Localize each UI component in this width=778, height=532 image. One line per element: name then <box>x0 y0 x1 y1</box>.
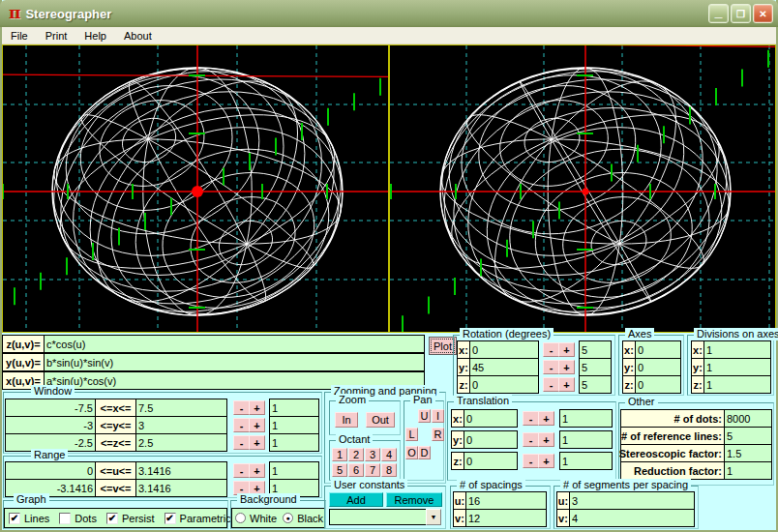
rotation-y-step[interactable] <box>579 358 612 376</box>
other-row-dots: # of dots: <box>620 409 772 428</box>
rotation-z-step[interactable] <box>579 375 612 394</box>
translation-z-plus-button[interactable]: + <box>538 454 554 468</box>
close-button[interactable]: ✕ <box>753 4 773 23</box>
menu-about[interactable]: About <box>115 29 161 43</box>
range-u-plus-button[interactable]: + <box>249 463 265 478</box>
checkbox-persist[interactable]: ✔ Persist <box>106 513 155 524</box>
menu-print[interactable]: Print <box>37 29 76 43</box>
stereo-view-right[interactable] <box>389 44 776 333</box>
range-v-max[interactable] <box>135 479 227 497</box>
window-y-min[interactable] <box>5 416 96 434</box>
divisions-x-label: x: <box>691 340 704 359</box>
translation-x-minus-button[interactable]: - <box>523 411 539 426</box>
stereoscopic-factor-value[interactable] <box>724 444 772 462</box>
window-y-plus-button[interactable]: + <box>249 418 265 432</box>
maximize-button[interactable]: ❐ <box>731 4 751 23</box>
window-y-minus-button[interactable]: - <box>233 418 250 432</box>
range-u-step[interactable] <box>269 461 319 480</box>
segments-v-value[interactable] <box>569 509 695 527</box>
spacings-v-value[interactable] <box>465 509 547 527</box>
rotation-z-minus-button[interactable]: - <box>543 377 559 392</box>
octant-8-button[interactable]: 8 <box>381 463 397 477</box>
translation-z-minus-button[interactable]: - <box>523 454 539 468</box>
window-x-max[interactable] <box>135 399 227 417</box>
divisions-group: Divisions on axes x: y: z: <box>687 335 774 396</box>
octant-2-button[interactable]: 2 <box>348 448 364 461</box>
checkbox-lines[interactable]: ✔ Lines <box>9 513 49 524</box>
divisions-x-value[interactable] <box>703 340 771 359</box>
rotation-z-plus-button[interactable]: + <box>558 377 575 392</box>
pan-up-button[interactable]: U <box>418 409 431 423</box>
checkbox-parametric[interactable]: ✔ Parametric <box>165 513 231 524</box>
window-z-max[interactable] <box>135 433 227 452</box>
pan-out-button[interactable]: O <box>405 446 418 459</box>
window-z-step[interactable] <box>269 433 319 452</box>
window-x-step[interactable] <box>269 399 319 417</box>
translation-z-step[interactable] <box>559 452 613 470</box>
octant-5-button[interactable]: 5 <box>332 463 347 477</box>
zoom-in-button[interactable]: In <box>335 412 358 428</box>
translation-y-step[interactable] <box>559 430 613 449</box>
rotation-x-value[interactable] <box>469 340 539 359</box>
range-u-minus-button[interactable]: - <box>233 463 250 478</box>
rotation-y-minus-button[interactable]: - <box>543 360 559 374</box>
dropdown-arrow-icon[interactable]: ▼ <box>426 509 441 525</box>
pan-in-button[interactable]: I <box>432 409 444 423</box>
stereo-view-left[interactable] <box>2 44 389 333</box>
rotation-x-minus-button[interactable]: - <box>543 342 559 357</box>
range-u-min[interactable] <box>5 461 96 480</box>
axes-z-value[interactable] <box>635 375 681 394</box>
rotation-y-plus-button[interactable]: + <box>558 360 575 374</box>
reference-lines-value[interactable] <box>724 427 772 445</box>
range-u-max[interactable] <box>135 461 227 480</box>
translation-x-plus-button[interactable]: + <box>538 411 554 426</box>
rotation-z-value[interactable] <box>469 375 539 394</box>
menu-file[interactable]: File <box>2 29 37 43</box>
translation-x-value[interactable] <box>464 409 518 428</box>
rotation-y-value[interactable] <box>469 358 539 376</box>
spacings-u-value[interactable] <box>465 491 547 510</box>
translation-y-value[interactable] <box>464 430 518 449</box>
window-z-plus-button[interactable]: + <box>249 435 265 450</box>
constants-dropdown[interactable]: ▼ <box>329 509 441 525</box>
pan-left-button[interactable]: L <box>405 428 418 441</box>
equation-input-z[interactable] <box>44 335 425 353</box>
octant-1-button[interactable]: 1 <box>332 448 347 461</box>
segments-u-value[interactable] <box>569 491 695 510</box>
window-x-min[interactable] <box>5 399 96 417</box>
octant-6-button[interactable]: 6 <box>348 463 364 477</box>
zoom-out-button[interactable]: Out <box>366 412 395 428</box>
radio-black[interactable]: ● Black <box>283 513 323 524</box>
translation-x-step[interactable] <box>559 409 613 428</box>
radio-white[interactable]: White <box>235 513 277 524</box>
num-dots-value[interactable] <box>724 409 772 428</box>
window-y-step[interactable] <box>269 416 319 434</box>
axes-y-value[interactable] <box>635 358 681 376</box>
remove-constant-button[interactable]: Remove <box>386 492 442 507</box>
octant-4-button[interactable]: 4 <box>381 448 397 461</box>
octant-3-button[interactable]: 3 <box>365 448 380 461</box>
rotation-x-step[interactable] <box>579 340 612 359</box>
window-y-max[interactable] <box>135 416 227 434</box>
minimize-button[interactable]: — <box>708 4 729 23</box>
window-x-minus-button[interactable]: - <box>233 400 250 415</box>
constants-dropdown-value[interactable] <box>329 509 427 525</box>
reduction-factor-value[interactable] <box>724 461 772 480</box>
translation-y-minus-button[interactable]: - <box>523 432 539 447</box>
window-x-plus-button[interactable]: + <box>249 400 265 415</box>
rotation-x-plus-button[interactable]: + <box>558 342 575 357</box>
pan-right-button[interactable]: R <box>432 428 444 441</box>
divisions-y-value[interactable] <box>703 358 771 376</box>
axes-x-value[interactable] <box>635 340 681 359</box>
divisions-z-value[interactable] <box>703 375 771 394</box>
add-constant-button[interactable]: Add <box>329 492 383 507</box>
menu-help[interactable]: Help <box>75 29 115 43</box>
checkbox-dots[interactable]: Dots <box>59 513 97 524</box>
translation-z-value[interactable] <box>464 452 518 470</box>
equation-input-y[interactable] <box>44 353 425 371</box>
pan-down-button[interactable]: D <box>418 446 431 459</box>
segments-row-u: u: <box>556 491 695 510</box>
octant-7-button[interactable]: 7 <box>365 463 380 477</box>
translation-y-plus-button[interactable]: + <box>538 432 554 447</box>
window-z-minus-button[interactable]: - <box>233 435 250 450</box>
